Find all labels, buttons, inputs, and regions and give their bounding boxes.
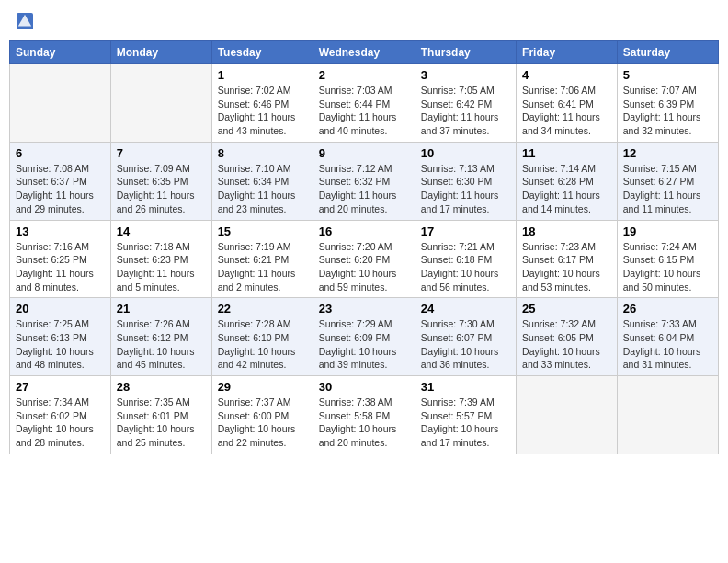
day-number: 11 [522,146,611,160]
day-number: 26 [623,302,712,316]
day-info: Sunrise: 7:21 AM Sunset: 6:18 PM Dayligh… [421,240,510,294]
day-info: Sunrise: 7:25 AM Sunset: 6:13 PM Dayligh… [16,317,105,372]
day-info: Sunrise: 7:29 AM Sunset: 6:09 PM Dayligh… [319,317,409,372]
calendar-week-row: 6Sunrise: 7:08 AM Sunset: 6:37 PM Daylig… [10,142,719,220]
weekday-header-sunday: Sunday [10,41,111,64]
day-info: Sunrise: 7:05 AM Sunset: 6:42 PM Dayligh… [421,84,510,138]
logo [17,13,35,29]
calendar-cell: 17Sunrise: 7:21 AM Sunset: 6:18 PM Dayli… [415,220,516,298]
day-info: Sunrise: 7:02 AM Sunset: 6:46 PM Dayligh… [218,84,307,138]
day-info: Sunrise: 7:08 AM Sunset: 6:37 PM Dayligh… [16,162,105,216]
weekday-header-thursday: Thursday [415,41,516,64]
calendar-cell: 21Sunrise: 7:26 AM Sunset: 6:12 PM Dayli… [110,298,211,376]
day-info: Sunrise: 7:06 AM Sunset: 6:41 PM Dayligh… [522,84,611,138]
calendar-cell: 19Sunrise: 7:24 AM Sunset: 6:15 PM Dayli… [617,220,718,298]
calendar-cell: 30Sunrise: 7:38 AM Sunset: 5:58 PM Dayli… [313,376,415,454]
day-number: 5 [623,68,712,82]
day-info: Sunrise: 7:32 AM Sunset: 6:05 PM Dayligh… [522,317,611,372]
calendar-cell [517,376,618,454]
day-number: 7 [117,146,206,160]
day-info: Sunrise: 7:35 AM Sunset: 6:01 PM Dayligh… [117,396,206,450]
calendar-cell: 26Sunrise: 7:33 AM Sunset: 6:04 PM Dayli… [617,298,718,376]
calendar-cell: 24Sunrise: 7:30 AM Sunset: 6:07 PM Dayli… [415,298,516,376]
day-number: 19 [623,224,712,238]
day-number: 20 [16,302,105,316]
day-info: Sunrise: 7:15 AM Sunset: 6:27 PM Dayligh… [623,162,712,216]
day-number: 8 [218,146,307,160]
day-number: 14 [117,224,206,238]
calendar-cell: 22Sunrise: 7:28 AM Sunset: 6:10 PM Dayli… [211,298,313,376]
day-number: 17 [421,224,510,238]
day-number: 27 [16,380,105,394]
calendar-cell: 14Sunrise: 7:18 AM Sunset: 6:23 PM Dayli… [110,220,211,298]
day-info: Sunrise: 7:33 AM Sunset: 6:04 PM Dayligh… [623,317,712,372]
header [9,9,719,33]
day-number: 25 [522,302,611,316]
calendar-cell: 29Sunrise: 7:37 AM Sunset: 6:00 PM Dayli… [211,376,313,454]
calendar-cell: 3Sunrise: 7:05 AM Sunset: 6:42 PM Daylig… [415,64,516,143]
calendar-table: SundayMondayTuesdayWednesdayThursdayFrid… [9,40,719,454]
calendar-cell: 8Sunrise: 7:10 AM Sunset: 6:34 PM Daylig… [211,142,313,220]
day-info: Sunrise: 7:20 AM Sunset: 6:20 PM Dayligh… [319,240,409,294]
day-info: Sunrise: 7:19 AM Sunset: 6:21 PM Dayligh… [218,240,307,294]
day-info: Sunrise: 7:38 AM Sunset: 5:58 PM Dayligh… [319,396,409,450]
day-info: Sunrise: 7:03 AM Sunset: 6:44 PM Dayligh… [319,84,409,138]
day-info: Sunrise: 7:18 AM Sunset: 6:23 PM Dayligh… [117,240,206,294]
day-number: 16 [319,224,409,238]
calendar-cell: 27Sunrise: 7:34 AM Sunset: 6:02 PM Dayli… [10,376,111,454]
logo-icon [17,13,33,29]
day-number: 2 [319,68,409,82]
day-number: 1 [218,68,307,82]
calendar-cell [10,64,111,143]
day-number: 6 [16,146,105,160]
calendar-cell: 15Sunrise: 7:19 AM Sunset: 6:21 PM Dayli… [211,220,313,298]
calendar-cell: 28Sunrise: 7:35 AM Sunset: 6:01 PM Dayli… [110,376,211,454]
calendar-cell: 7Sunrise: 7:09 AM Sunset: 6:35 PM Daylig… [110,142,211,220]
calendar-cell [110,64,211,143]
weekday-header-row: SundayMondayTuesdayWednesdayThursdayFrid… [10,41,719,64]
weekday-header-monday: Monday [110,41,211,64]
calendar-cell: 13Sunrise: 7:16 AM Sunset: 6:25 PM Dayli… [10,220,111,298]
day-info: Sunrise: 7:16 AM Sunset: 6:25 PM Dayligh… [16,240,105,294]
calendar-cell: 11Sunrise: 7:14 AM Sunset: 6:28 PM Dayli… [517,142,618,220]
day-number: 12 [623,146,712,160]
day-number: 18 [522,224,611,238]
calendar-cell: 20Sunrise: 7:25 AM Sunset: 6:13 PM Dayli… [10,298,111,376]
day-number: 4 [522,68,611,82]
calendar-cell: 23Sunrise: 7:29 AM Sunset: 6:09 PM Dayli… [313,298,415,376]
day-info: Sunrise: 7:10 AM Sunset: 6:34 PM Dayligh… [218,162,307,216]
calendar-week-row: 13Sunrise: 7:16 AM Sunset: 6:25 PM Dayli… [10,220,719,298]
day-number: 13 [16,224,105,238]
weekday-header-friday: Friday [517,41,618,64]
day-info: Sunrise: 7:23 AM Sunset: 6:17 PM Dayligh… [522,240,611,294]
calendar-header: SundayMondayTuesdayWednesdayThursdayFrid… [10,41,719,64]
day-number: 24 [421,302,510,316]
calendar-body: 1Sunrise: 7:02 AM Sunset: 6:46 PM Daylig… [10,64,719,454]
calendar-cell [617,376,718,454]
day-info: Sunrise: 7:13 AM Sunset: 6:30 PM Dayligh… [421,162,510,216]
day-info: Sunrise: 7:14 AM Sunset: 6:28 PM Dayligh… [522,162,611,216]
day-number: 28 [117,380,206,394]
weekday-header-wednesday: Wednesday [313,41,415,64]
day-info: Sunrise: 7:07 AM Sunset: 6:39 PM Dayligh… [623,84,712,138]
day-number: 31 [421,380,510,394]
day-info: Sunrise: 7:28 AM Sunset: 6:10 PM Dayligh… [218,317,307,372]
day-info: Sunrise: 7:24 AM Sunset: 6:15 PM Dayligh… [623,240,712,294]
day-info: Sunrise: 7:37 AM Sunset: 6:00 PM Dayligh… [218,396,307,450]
calendar-cell: 25Sunrise: 7:32 AM Sunset: 6:05 PM Dayli… [517,298,618,376]
calendar-cell: 1Sunrise: 7:02 AM Sunset: 6:46 PM Daylig… [211,64,313,143]
calendar-cell: 31Sunrise: 7:39 AM Sunset: 5:57 PM Dayli… [415,376,516,454]
calendar-cell: 9Sunrise: 7:12 AM Sunset: 6:32 PM Daylig… [313,142,415,220]
day-info: Sunrise: 7:39 AM Sunset: 5:57 PM Dayligh… [421,396,510,450]
day-number: 9 [319,146,409,160]
calendar-cell: 5Sunrise: 7:07 AM Sunset: 6:39 PM Daylig… [617,64,718,143]
calendar-cell: 16Sunrise: 7:20 AM Sunset: 6:20 PM Dayli… [313,220,415,298]
calendar-cell: 2Sunrise: 7:03 AM Sunset: 6:44 PM Daylig… [313,64,415,143]
calendar-cell: 18Sunrise: 7:23 AM Sunset: 6:17 PM Dayli… [517,220,618,298]
day-number: 10 [421,146,510,160]
day-info: Sunrise: 7:12 AM Sunset: 6:32 PM Dayligh… [319,162,409,216]
calendar-cell: 4Sunrise: 7:06 AM Sunset: 6:41 PM Daylig… [517,64,618,143]
day-info: Sunrise: 7:26 AM Sunset: 6:12 PM Dayligh… [117,317,206,372]
calendar-cell: 12Sunrise: 7:15 AM Sunset: 6:27 PM Dayli… [617,142,718,220]
calendar-week-row: 1Sunrise: 7:02 AM Sunset: 6:46 PM Daylig… [10,64,719,143]
